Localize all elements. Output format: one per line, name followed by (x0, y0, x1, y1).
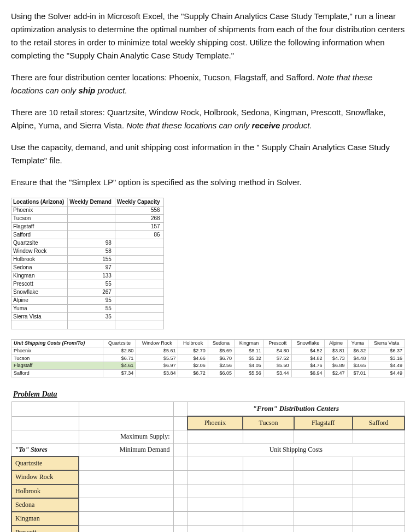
table-row: Flagstaff$4.61$6.97$2.06$2.56$4.05$5.50$… (11, 362, 405, 370)
cost-cell: $3.16 (368, 354, 405, 362)
weekly-capacity (115, 305, 163, 313)
locations-table: Locations (Arizona) Weekly Demand Weekly… (11, 198, 164, 329)
empty-cell (173, 498, 188, 512)
cost-cell: $2.06 (178, 362, 208, 370)
empty-cell (243, 525, 294, 532)
store-name: Sedona (11, 498, 79, 512)
cost-cell: $4.73 (325, 354, 347, 362)
empty-cell (173, 525, 188, 532)
cost-cell: $2.70 (178, 347, 208, 354)
weekly-capacity (115, 264, 163, 272)
cost-cell: $5.61 (136, 347, 178, 354)
weekly-demand: 95 (68, 297, 115, 305)
table-row: Quartzsite (11, 457, 405, 470)
costs-col: Alpine (325, 340, 347, 347)
weekly-capacity: 556 (115, 206, 163, 215)
empty-cell (188, 512, 243, 525)
table-row: Holbrook155 (11, 256, 164, 264)
cost-cell: $6.05 (208, 370, 234, 377)
weekly-capacity (115, 313, 163, 321)
empty-cell (173, 457, 188, 470)
costs-col: Snowflake (291, 340, 325, 347)
empty-cell (353, 525, 405, 532)
empty-cell (294, 512, 353, 525)
table-row: Flagstaff157 (11, 223, 164, 231)
weekly-demand: 98 (68, 239, 115, 247)
empty-cell (188, 470, 243, 484)
from-dist-centers-label: "From" Distribution Centers (188, 402, 405, 416)
table-row: Snowflake267 (11, 288, 164, 297)
table-row: Quartzsite98 (11, 239, 164, 247)
cost-cell: $5.69 (208, 347, 234, 354)
empty-cell (79, 484, 173, 498)
empty-cell (353, 470, 405, 484)
empty-cell (173, 512, 188, 525)
location-name: Safford (11, 231, 68, 239)
cost-cell: $6.32 (347, 347, 368, 354)
weekly-demand: 267 (68, 288, 115, 297)
empty-cell (173, 470, 188, 484)
dc-tucson: Tucson (243, 416, 294, 430)
weekly-capacity (115, 239, 163, 247)
table-row: Phoenix$2.80$5.61$2.70$5.69$8.11$4.80$4.… (11, 347, 405, 354)
cost-cell: $4.82 (291, 354, 325, 362)
weekly-demand (68, 231, 115, 239)
table-row: Alpine95 (11, 297, 164, 305)
weekly-demand: 35 (68, 313, 115, 321)
store-name: Kingman (11, 512, 79, 525)
table-row: Sedona (11, 498, 405, 512)
table-row: Prescott55 (11, 280, 164, 288)
cost-cell: $6.94 (291, 370, 325, 377)
table-row: Sedona97 (11, 264, 164, 272)
costs-col: Holbrook (178, 340, 208, 347)
location-name: Flagstaff (11, 223, 68, 231)
cost-cell: $6.70 (208, 354, 234, 362)
table-row: Sierra Vista35 (11, 313, 164, 321)
location-name: Window Rock (11, 247, 68, 256)
cost-cell: $2.47 (325, 370, 347, 377)
location-name: Kingman (11, 272, 68, 280)
weekly-demand: 155 (68, 256, 115, 264)
p3-note-suffix: product. (280, 121, 312, 130)
table-row: Window Rock (11, 470, 405, 484)
p2-note-suffix: product. (95, 86, 127, 95)
unit-shipping-costs-label: Unit Shipping Costs (188, 444, 405, 457)
table-row: Holbrook (11, 484, 405, 498)
location-name: Prescott (11, 280, 68, 288)
empty-cell (243, 457, 294, 470)
empty-cell (79, 525, 173, 532)
table-row: Tucson268 (11, 215, 164, 223)
from-location: Phoenix (11, 347, 103, 354)
location-name: Sedona (11, 264, 68, 272)
empty-cell (294, 525, 353, 532)
p3-note-prefix: Note that these locations can only (126, 121, 251, 130)
cost-cell: $4.52 (291, 347, 325, 354)
location-name: Alpine (11, 297, 68, 305)
cost-cell: $3.44 (263, 370, 291, 377)
intro-paragraph-1: Using the Solver add-in in Microsoft Exc… (11, 10, 405, 62)
location-name: Holbrook (11, 256, 68, 264)
table-row: Tucson$6.71$5.57$4.66$6.70$5.32$7.52$4.8… (11, 354, 405, 362)
weekly-capacity (115, 280, 163, 288)
empty-cell (243, 484, 294, 498)
location-name: Yuma (11, 305, 68, 313)
from-location: Tucson (11, 354, 103, 362)
intro-paragraph-3: There are 10 retail stores: Quartzsite, … (11, 106, 405, 132)
weekly-demand (68, 215, 115, 223)
location-name: Quartzsite (11, 239, 68, 247)
dc-safford: Safford (353, 416, 405, 430)
intro-paragraph-4: Use the capacity, demand, and unit shipp… (11, 141, 405, 167)
location-name: Sierra Vista (11, 313, 68, 321)
costs-col: Kingman (235, 340, 264, 347)
weekly-capacity: 157 (115, 223, 163, 231)
costs-col: Prescott (263, 340, 291, 347)
empty-cell (188, 457, 243, 470)
store-name: Holbrook (11, 484, 79, 498)
empty-cell (243, 498, 294, 512)
intro-paragraph-2: There are four distribution center locat… (11, 71, 405, 97)
empty-cell (353, 457, 405, 470)
cost-cell: $5.56 (235, 370, 264, 377)
empty-cell (79, 457, 173, 470)
empty-cell (353, 498, 405, 512)
intro-paragraph-5: Ensure that the "Simplex LP" option is s… (11, 176, 405, 189)
